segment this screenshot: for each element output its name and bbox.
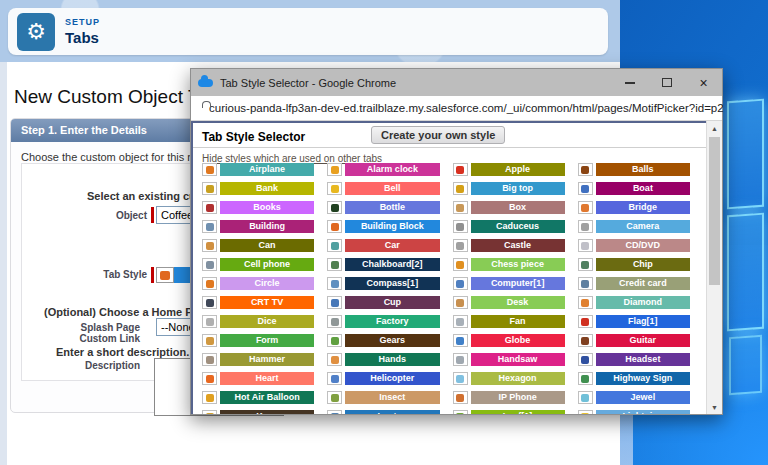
can-icon [202,239,217,252]
style-option-label: Can [220,239,314,252]
style-option-cup[interactable]: Cup [327,296,439,309]
style-option-bottle[interactable]: Bottle [327,201,439,214]
style-option-credit-card[interactable]: Credit card [578,277,690,290]
close-button[interactable]: × [685,69,722,96]
helicopter-icon [327,372,342,385]
object-label: Object [52,210,147,221]
style-option-label: Box [471,201,565,214]
style-option-label: Credit card [596,277,690,290]
style-option-lightning[interactable]: Lightning [578,410,690,414]
style-option-hot-air-balloon[interactable]: Hot Air Balloon [202,391,314,404]
style-option-label: Cup [345,296,439,309]
style-option-leaf-1[interactable]: Leaf[1] [453,410,565,414]
style-option-castle[interactable]: Castle [453,239,565,252]
desk-icon [453,296,468,309]
style-option-handsaw[interactable]: Handsaw [453,353,565,366]
caduceus-icon [453,220,468,233]
style-option-bridge[interactable]: Bridge [578,201,690,214]
style-option-cd-dvd[interactable]: CD/DVD [578,239,690,252]
setup-eyebrow: SETUP [65,17,100,27]
style-option-hexagon[interactable]: Hexagon [453,372,565,385]
style-option-apple[interactable]: Apple [453,163,565,176]
alarm-clock-icon [327,163,342,176]
style-option-laptop[interactable]: Laptop [327,410,439,414]
scroll-up-icon[interactable]: ▲ [707,121,722,135]
create-your-own-style-button[interactable]: Create your own style [371,126,505,144]
style-option-big-top[interactable]: Big top [453,182,565,195]
cell-phone-icon-glyph [206,261,214,269]
style-option-form[interactable]: Form [202,334,314,347]
hammer-icon [202,353,217,366]
style-option-chess-piece[interactable]: Chess piece [453,258,565,271]
fan-icon [453,315,468,328]
style-option-chip[interactable]: Chip [578,258,690,271]
style-option-boat[interactable]: Boat [578,182,690,195]
scrollbar-thumb[interactable] [709,137,720,285]
style-option-chalkboard-2[interactable]: Chalkboard[2] [327,258,439,271]
style-option-jewel[interactable]: Jewel [578,391,690,404]
crt-tv-icon [202,296,217,309]
style-option-car[interactable]: Car [327,239,439,252]
scroll-down-icon[interactable]: ▼ [707,400,722,414]
style-option-circle[interactable]: Circle [202,277,314,290]
style-option-label: Heart [220,372,314,385]
box-icon-glyph [456,204,464,212]
style-option-bell[interactable]: Bell [327,182,439,195]
setup-gear-icon: ⚙ [17,13,55,51]
style-option-desk[interactable]: Desk [453,296,565,309]
style-option-cell-phone[interactable]: Cell phone [202,258,314,271]
style-option-label: Factory [345,315,439,328]
cd-dvd-icon-glyph [581,242,589,250]
style-option-diamond[interactable]: Diamond [578,296,690,309]
box-icon [453,201,468,214]
style-option-balls[interactable]: Balls [578,163,690,176]
computer-icon [453,277,468,290]
style-option-helicopter[interactable]: Helicopter [327,372,439,385]
style-option-flag-1[interactable]: Flag[1] [578,315,690,328]
style-option-label: Apple [471,163,565,176]
style-option-globe[interactable]: Globe [453,334,565,347]
heart-icon [202,372,217,385]
style-option-compass-1[interactable]: Compass[1] [327,277,439,290]
style-option-hammer[interactable]: Hammer [202,353,314,366]
style-option-headset[interactable]: Headset [578,353,690,366]
style-option-box[interactable]: Box [453,201,565,214]
style-option-factory[interactable]: Factory [327,315,439,328]
style-option-highway-sign[interactable]: Highway Sign [578,372,690,385]
style-option-guitar[interactable]: Guitar [578,334,690,347]
maximize-button[interactable] [648,69,685,96]
style-option-insect[interactable]: Insect [327,391,439,404]
style-option-building-block[interactable]: Building Block [327,220,439,233]
style-option-computer-1[interactable]: Computer[1] [453,277,565,290]
style-option-ip-phone[interactable]: IP Phone [453,391,565,404]
camera-icon [578,220,593,233]
form-icon [202,334,217,347]
style-option-can[interactable]: Can [202,239,314,252]
style-option-label: Form [220,334,314,347]
bell-icon-glyph [331,185,339,193]
style-option-camera[interactable]: Camera [578,220,690,233]
style-option-caduceus[interactable]: Caduceus [453,220,565,233]
style-option-keys[interactable]: Keys [202,410,314,414]
style-option-alarm-clock[interactable]: Alarm clock [327,163,439,176]
style-option-fan[interactable]: Fan [453,315,565,328]
style-option-label: Bridge [596,201,690,214]
popup-title-bar[interactable]: Tab Style Selector - Google Chrome × [191,69,722,96]
style-option-books[interactable]: Books [202,201,314,214]
style-option-building[interactable]: Building [202,220,314,233]
style-option-bank[interactable]: Bank [202,182,314,195]
minimize-button[interactable] [611,69,648,96]
style-option-gears[interactable]: Gears [327,334,439,347]
style-option-crt-tv[interactable]: CRT TV [202,296,314,309]
style-option-airplane[interactable]: Airplane [202,163,314,176]
style-option-hands[interactable]: Hands [327,353,439,366]
crt-tv-icon-glyph [206,299,214,307]
popup-url-bar[interactable]: curious-panda-lfp3an-dev-ed.trailblaze.m… [191,96,722,121]
castle-icon-glyph [456,242,464,250]
tab-style-selector-popup: Tab Style Selector - Google Chrome × cur… [190,68,723,415]
popup-window-title: Tab Style Selector - Google Chrome [220,77,396,89]
style-option-dice[interactable]: Dice [202,315,314,328]
style-option-label: Building [220,220,314,233]
style-option-heart[interactable]: Heart [202,372,314,385]
popup-scrollbar[interactable]: ▲ ▼ [706,121,722,414]
